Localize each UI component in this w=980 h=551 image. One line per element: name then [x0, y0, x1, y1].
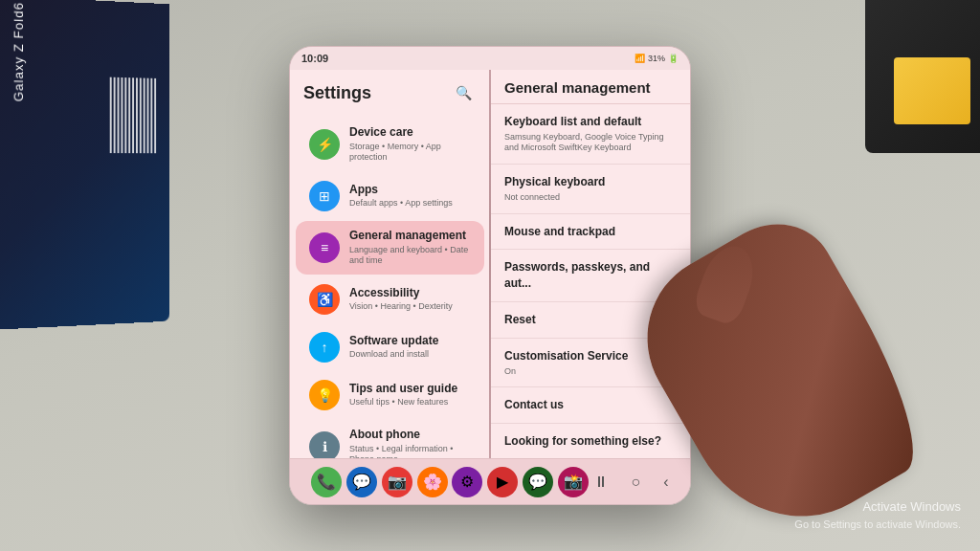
- nav-back-button[interactable]: ‹: [663, 474, 668, 491]
- tips-icon: 💡: [309, 380, 340, 410]
- right-item-physical-keyboard[interactable]: Physical keyboard Not connected: [491, 165, 690, 213]
- tips-title: Tips and user guide: [349, 382, 471, 397]
- tips-text: Tips and user guide Useful tips • New fe…: [349, 382, 471, 408]
- settings-header: Settings 🔍: [290, 70, 490, 112]
- nav-phone-icon[interactable]: 📞: [311, 467, 342, 497]
- phone-device: 10:09 📶 31% 🔋 Settings 🔍 ⚡: [289, 46, 691, 505]
- about-phone-icon: ℹ: [309, 431, 340, 458]
- apps-subtitle: Default apps • App settings: [349, 198, 471, 209]
- phone-box: Galaxy Z Fold6: [0, 0, 169, 330]
- software-update-subtitle: Download and install: [349, 349, 471, 361]
- right-item-passwords[interactable]: Passwords, passkeys, and aut...: [491, 250, 690, 302]
- device-care-icon: ⚡: [309, 129, 340, 160]
- general-mgmt-icon: ≡: [309, 232, 340, 263]
- accessibility-subtitle: Vision • Hearing • Dexterity: [349, 301, 471, 313]
- settings-item-about-phone[interactable]: ℹ About phone Status • Legal information…: [296, 420, 484, 458]
- phone-body: 10:09 📶 31% 🔋 Settings 🔍 ⚡: [289, 46, 691, 505]
- about-phone-text: About phone Status • Legal information •…: [349, 428, 471, 458]
- device-care-title: Device care: [349, 125, 471, 141]
- apps-text: Apps Default apps • App settings: [349, 183, 471, 209]
- bottom-navigation: 📞 💬 📷 🌸 ⚙ ▶ 💬 📸 ⏸ ○ ‹: [290, 458, 690, 504]
- nav-instagram-icon[interactable]: 📸: [558, 467, 589, 497]
- right-item-mouse-trackpad[interactable]: Mouse and trackpad: [491, 214, 690, 251]
- status-time: 10:09: [301, 53, 328, 64]
- software-update-text: Software update Download and install: [349, 334, 471, 361]
- nav-settings-icon[interactable]: ⚙: [452, 467, 482, 497]
- settings-item-device-care[interactable]: ⚡ Device care Storage • Memory • App pro…: [296, 118, 484, 171]
- fold-seam: [489, 70, 491, 458]
- about-phone-title: About phone: [349, 428, 471, 443]
- lego-object: [865, 0, 980, 153]
- mouse-trackpad-title: Mouse and trackpad: [504, 224, 677, 240]
- right-item-keyboard-list[interactable]: Keyboard list and default Samsung Keyboa…: [491, 104, 690, 165]
- accessibility-title: Accessibility: [349, 286, 471, 301]
- general-mgmt-subtitle: Language and keyboard • Date and time: [349, 245, 471, 267]
- settings-item-software-update[interactable]: ↑ Software update Download and install: [296, 324, 484, 370]
- contact-us-title: Contact us: [504, 397, 677, 413]
- settings-title: Settings: [303, 83, 371, 103]
- box-label: Galaxy Z Fold6: [11, 2, 26, 102]
- settings-item-tips[interactable]: 💡 Tips and user guide Useful tips • New …: [296, 372, 484, 418]
- right-panel-title: General management: [491, 70, 690, 104]
- settings-item-general-management[interactable]: ≡ General management Language and keyboa…: [296, 221, 484, 275]
- general-mgmt-text: General management Language and keyboard…: [349, 229, 471, 267]
- barcode: [110, 77, 156, 154]
- lego-yellow-part: [894, 57, 970, 124]
- search-button[interactable]: 🔍: [450, 79, 477, 106]
- device-care-text: Device care Storage • Memory • App prote…: [349, 125, 471, 164]
- customisation-title: Customisation Service: [504, 348, 677, 364]
- right-item-contact-us[interactable]: Contact us: [491, 387, 690, 424]
- apps-icon: ⊞: [309, 181, 340, 211]
- right-panel-general-mgmt: General management Keyboard list and def…: [490, 70, 690, 458]
- apps-title: Apps: [349, 183, 471, 198]
- about-phone-subtitle: Status • Legal information • Phone name: [349, 444, 471, 458]
- keyboard-list-title: Keyboard list and default: [504, 114, 677, 130]
- nav-gallery-icon[interactable]: 🌸: [417, 467, 448, 497]
- battery-icon: 🔋: [668, 54, 679, 63]
- device-care-subtitle: Storage • Memory • App protection: [349, 142, 471, 164]
- battery-text: 31%: [648, 54, 665, 63]
- reset-title: Reset: [504, 312, 677, 328]
- software-update-icon: ↑: [309, 332, 340, 363]
- right-item-looking-something[interactable]: Looking for something else?: [491, 424, 690, 458]
- status-icons: 📶 31% 🔋: [635, 54, 679, 63]
- tips-subtitle: Useful tips • New features: [349, 397, 471, 408]
- settings-item-accessibility[interactable]: ♿ Accessibility Vision • Hearing • Dexte…: [296, 276, 484, 322]
- right-item-reset[interactable]: Reset: [491, 302, 690, 339]
- settings-item-apps[interactable]: ⊞ Apps Default apps • App settings: [296, 173, 484, 219]
- physical-keyboard-title: Physical keyboard: [504, 174, 677, 190]
- nav-whatsapp-icon[interactable]: 💬: [523, 467, 553, 497]
- nav-pause-button[interactable]: ⏸: [593, 474, 609, 491]
- nav-youtube-icon[interactable]: ▶: [487, 467, 518, 497]
- general-mgmt-title: General management: [349, 229, 471, 244]
- settings-list: ⚡ Device care Storage • Memory • App pro…: [290, 112, 490, 458]
- nav-messages-icon[interactable]: 💬: [346, 467, 377, 497]
- wifi-icon: 📶: [635, 54, 645, 63]
- nav-home-button[interactable]: ○: [632, 474, 641, 491]
- right-item-customisation[interactable]: Customisation Service On: [491, 339, 690, 387]
- customisation-subtitle: On: [504, 366, 677, 378]
- accessibility-text: Accessibility Vision • Hearing • Dexteri…: [349, 286, 471, 313]
- software-update-title: Software update: [349, 334, 471, 349]
- nav-camera-icon[interactable]: 📷: [382, 467, 412, 497]
- system-nav: ⏸ ○ ‹: [593, 474, 669, 491]
- looking-something-title: Looking for something else?: [504, 433, 677, 450]
- accessibility-icon: ♿: [309, 284, 340, 315]
- passwords-title: Passwords, passkeys, and aut...: [504, 259, 677, 292]
- keyboard-list-subtitle: Samsung Keyboard, Google Voice Typing an…: [504, 132, 677, 154]
- left-panel-settings: Settings 🔍 ⚡ Device care Storage • Memor…: [290, 70, 490, 458]
- status-bar: 10:09 📶 31% 🔋: [290, 47, 690, 70]
- physical-keyboard-subtitle: Not connected: [504, 192, 677, 204]
